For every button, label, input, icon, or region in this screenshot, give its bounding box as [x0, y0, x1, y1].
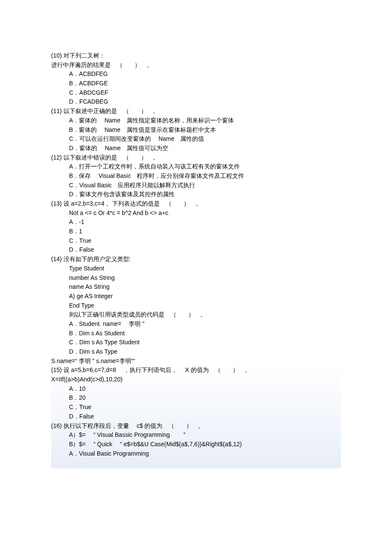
question-16: (16) 执行以下程序段后，变量 c$ 的值为 （ ） 。 A）$= “ Vis…: [51, 421, 341, 459]
q10-option-b: B．ACBDFGE: [51, 79, 341, 88]
q12-option-b: B．保存 Visual Basic 程序时，应分别保存窗体文件及工程文件: [51, 171, 341, 181]
q11-option-d: D．窗体的 Name 属性值可以为空: [51, 144, 341, 153]
q14-code-line-4: A) ge AS Integer: [51, 292, 341, 301]
q15-option-d: D．False: [51, 412, 341, 421]
q15-option-b: B．20: [51, 393, 341, 403]
q12-stem: (12) 以下叙述中错误的是 （ ） 。: [51, 153, 341, 163]
q14-option-d: D．Dim s As Type: [51, 347, 341, 357]
q15-option-a: A．10: [51, 384, 341, 394]
question-13: (13) 设 a=2,b=3,c=4， 下列表达式的值是 （ ） 。 Not a…: [51, 199, 341, 255]
q10-stem-2: 进行中序遍历的结果是 （ ） 。: [51, 61, 341, 70]
q16-stem: (16) 执行以下程序段后，变量 c$ 的值为 （ ） 。: [51, 421, 341, 431]
q10-option-c: C．ABDCGEF: [51, 88, 341, 98]
q14-option-b: B．Dim s As Student: [51, 329, 341, 338]
q14-code-line-1: Type Student: [51, 264, 341, 273]
q13-option-d: D．False: [51, 245, 341, 255]
q14-option-a: A．Student. name= 李明 ”: [51, 320, 341, 329]
q13-stem: (13) 设 a=2,b=3,c=4， 下列表达式的值是 （ ） 。: [51, 199, 341, 209]
q13-option-c: C．True: [51, 236, 341, 246]
q10-option-d: D．FCADBEG: [51, 97, 341, 107]
q11-option-a: A．窗体的 Name 属性指定窗体的名称，用来标识一个窗体: [51, 116, 341, 125]
q11-option-b: B．窗体的 Name 属性值是显示在窗体标题栏中文本: [51, 125, 341, 135]
document-page: (10) 对下列二叉树： 进行中序遍历的结果是 （ ） 。 A．ACBDFEG …: [0, 0, 392, 485]
q12-option-d: D．窗体文件包含该窗体及其控件的属性: [51, 190, 341, 199]
q15-stem: (15) 设 a=5,b=6,c=7,d=8 ，执行下列语句后， X 的值为 （…: [51, 366, 341, 375]
q15-option-c: C．True: [51, 403, 341, 412]
q11-stem: (11) 以下叙述中正确的是 （ ） 。: [51, 107, 341, 116]
q14-option-c: C．Dim s As Type Student: [51, 338, 341, 347]
q14-stem-2: 则以下正确引用该类型成员的代码是 （ ） 。: [51, 310, 341, 320]
question-11: (11) 以下叙述中正确的是 （ ） 。 A．窗体的 Name 属性指定窗体的名…: [51, 107, 341, 153]
gradient-region: (15) 设 a=5,b=6,c=7,d=8 ，执行下列语句后， X 的值为 （…: [51, 366, 341, 468]
q14-tail: S.name=“ 李明 ” s.name=李明“”: [51, 357, 341, 366]
q11-option-c: C．可以在运行期间改变窗体的 Name 属性的值: [51, 134, 341, 144]
q14-code-line-5: End Type: [51, 301, 341, 311]
q16-option-a: A．Visual Basic Programming: [51, 449, 341, 459]
question-12: (12) 以下叙述中错误的是 （ ） 。 A．打开一个工程文件时，系统自动装入与…: [51, 153, 341, 199]
q10-stem-1: (10) 对下列二叉树：: [51, 51, 341, 61]
question-15: (15) 设 a=5,b=6,c=7,d=8 ，执行下列语句后， X 的值为 （…: [51, 366, 341, 421]
q14-code-line-2: number As String: [51, 273, 341, 283]
question-14: (14) 没有如下的用户定义类型: Type Student number As…: [51, 255, 341, 366]
q14-stem: (14) 没有如下的用户定义类型:: [51, 255, 341, 264]
q12-option-a: A．打开一个工程文件时，系统自动装入与该工程有关的窗体文件: [51, 162, 341, 171]
q13-option-a: A．-1: [51, 218, 341, 227]
q16-code-line-2: B）$= “ Quick ” e$=b$&U Case(Mid$(a$,7,6)…: [51, 440, 341, 449]
q10-option-a: A．ACBDFEG: [51, 70, 341, 79]
q15-expression: X=IIf((a>b)And(c>d),10,20): [51, 375, 341, 384]
question-10: (10) 对下列二叉树： 进行中序遍历的结果是 （ ） 。 A．ACBDFEG …: [51, 51, 341, 107]
q13-expression: Not a <= c Or 4*c = b^2 And b <> a+c: [51, 209, 341, 218]
q14-code-line-3: name As String: [51, 282, 341, 292]
q12-option-c: C．Visual Basic 应用程序只能以解释方式执行: [51, 181, 341, 190]
q16-code-line-1: A）$= “ Visual Bassic Programming ”: [51, 430, 341, 440]
q13-option-b: B．1: [51, 227, 341, 236]
